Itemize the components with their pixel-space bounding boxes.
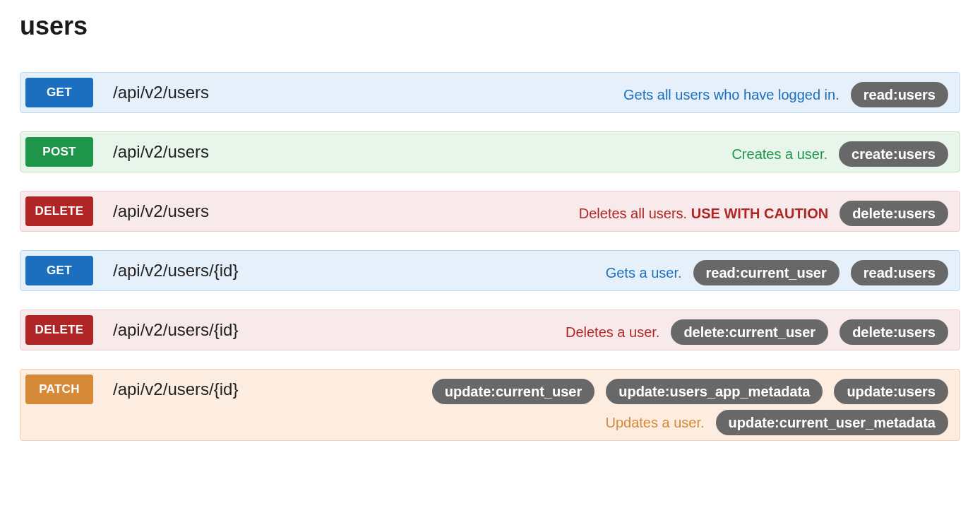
- endpoint-path: /api/v2/users/{id}: [113, 315, 238, 345]
- method-badge: PATCH: [25, 375, 93, 404]
- operation-meta: Creates a user.create:users: [731, 137, 948, 167]
- endpoint-path: /api/v2/users: [113, 78, 209, 107]
- operation-desc: Gets all users who have logged in.: [623, 87, 839, 103]
- caution-text: USE WITH CAUTION: [691, 206, 828, 221]
- section-title: users: [20, 11, 960, 41]
- operation-meta: update:current_userupdate:users_app_meta…: [355, 375, 948, 435]
- method-badge: GET: [25, 78, 93, 107]
- method-badge: DELETE: [25, 315, 93, 345]
- operation-desc: Gets a user.: [606, 265, 682, 281]
- scope-badge: read:current_user: [693, 260, 839, 285]
- scope-badge: delete:users: [839, 319, 948, 345]
- scope-badge: update:users_app_metadata: [606, 379, 823, 404]
- endpoint-path: /api/v2/users/{id}: [113, 375, 238, 404]
- operation-desc: Deletes a user.: [566, 324, 659, 341]
- operation-desc: Deletes all users. USE WITH CAUTION: [579, 206, 828, 222]
- endpoint-path: /api/v2/users/{id}: [113, 256, 238, 285]
- endpoint-path: /api/v2/users: [113, 137, 209, 167]
- method-badge: POST: [25, 137, 93, 167]
- method-badge: GET: [25, 256, 93, 285]
- operation-meta: Deletes a user.delete:current_userdelete…: [566, 315, 948, 345]
- operation-desc: Creates a user.: [731, 146, 827, 163]
- operation-row[interactable]: GET/api/v2/users/{id}Gets a user.read:cu…: [20, 250, 960, 291]
- scope-badge: update:users: [834, 379, 948, 404]
- scope-badge: delete:current_user: [671, 319, 828, 345]
- operation-meta: Gets all users who have logged in.read:u…: [623, 78, 948, 107]
- operation-list: GET/api/v2/usersGets all users who have …: [20, 72, 960, 441]
- operation-meta: Deletes all users. USE WITH CAUTIONdelet…: [579, 196, 948, 226]
- operation-row[interactable]: DELETE/api/v2/users/{id}Deletes a user.d…: [20, 309, 960, 350]
- operation-desc: Updates a user.: [605, 415, 704, 431]
- operation-meta: Gets a user.read:current_userread:users: [606, 256, 948, 285]
- method-badge: DELETE: [25, 196, 93, 226]
- operation-row[interactable]: POST/api/v2/usersCreates a user.create:u…: [20, 131, 960, 172]
- operation-row[interactable]: DELETE/api/v2/usersDeletes all users. US…: [20, 191, 960, 232]
- scope-badge: delete:users: [839, 201, 948, 226]
- scope-badge: read:users: [851, 260, 948, 285]
- operation-row[interactable]: PATCH/api/v2/users/{id}update:current_us…: [20, 369, 960, 441]
- scope-badge: update:current_user_metadata: [716, 410, 948, 435]
- operation-row[interactable]: GET/api/v2/usersGets all users who have …: [20, 72, 960, 113]
- scope-badge: read:users: [851, 82, 948, 107]
- scope-badge: create:users: [839, 141, 948, 167]
- endpoint-path: /api/v2/users: [113, 196, 209, 226]
- scope-badge: update:current_user: [432, 379, 595, 404]
